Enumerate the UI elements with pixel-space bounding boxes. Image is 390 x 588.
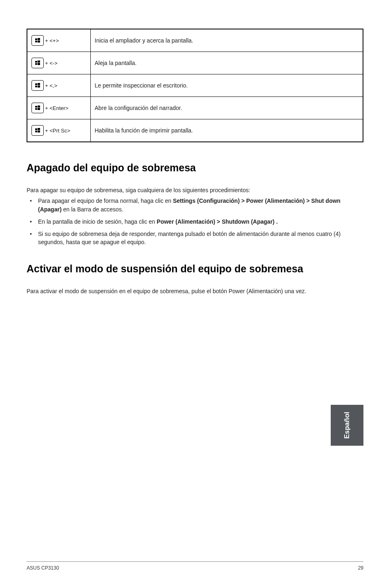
shortcut-description-cell: Inicia el ampliador y acerca la pantalla… [90, 29, 363, 52]
shortcut-table-body: + <+>Inicia el ampliador y acerca la pan… [27, 29, 363, 142]
svg-rect-1 [38, 38, 40, 40]
bullet-pre-text: Si su equipo de sobremesa deja de respon… [38, 231, 341, 245]
svg-rect-16 [35, 128, 37, 130]
table-row: + <+>Inicia el ampliador y acerca la pan… [27, 29, 363, 52]
svg-rect-2 [35, 41, 37, 43]
svg-rect-17 [38, 128, 40, 130]
shortcut-key-cell: + <+> [27, 29, 90, 52]
svg-rect-6 [35, 63, 37, 65]
section1-bullets: Para apagar el equipo de forma normal, h… [27, 197, 363, 246]
language-tab: Español [331, 405, 363, 446]
shortcut-combo-text: + <Prt Sc> [45, 128, 70, 134]
shortcut-combo-text: + <,> [45, 83, 57, 89]
bullet-post-text: en la Barra de accesos. [62, 206, 123, 213]
table-row: + <Prt Sc>Habilita la función de imprimi… [27, 119, 363, 142]
list-item: Si su equipo de sobremesa deja de respon… [27, 230, 363, 247]
svg-rect-19 [38, 130, 40, 132]
svg-rect-8 [35, 83, 37, 85]
shortcut-key-cell: + <-> [27, 52, 90, 74]
svg-rect-15 [38, 108, 40, 110]
page-footer: ASUS CP3130 29 [27, 561, 363, 571]
section2-body: Para activar el modo de suspensión en el… [27, 287, 363, 295]
svg-rect-0 [35, 38, 37, 40]
svg-rect-3 [38, 40, 40, 43]
shortcut-description-cell: Habilita la función de imprimir pantalla… [90, 119, 363, 142]
windows-key-icon [31, 35, 44, 46]
shortcut-description-cell: Le permite inspeccionar el escritorio. [90, 74, 363, 97]
windows-key-icon [31, 125, 44, 136]
table-row: + <,>Le permite inspeccionar el escritor… [27, 74, 363, 97]
windows-key-icon [31, 58, 44, 68]
bullet-pre-text: En la pantalla de inicio de sesión, haga… [38, 218, 157, 225]
shortcut-description-cell: Aleja la pantalla. [90, 52, 363, 74]
svg-rect-10 [35, 86, 37, 88]
shortcut-key-cell: + <Prt Sc> [27, 119, 90, 142]
shortcut-combo-text: + <+> [45, 38, 59, 44]
section1-heading: Apagado del equipo de sobremesa [27, 162, 363, 174]
list-item: En la pantalla de inicio de sesión, haga… [27, 218, 363, 226]
svg-rect-14 [35, 108, 37, 110]
list-item: Para apagar el equipo de forma normal, h… [27, 197, 363, 213]
language-tab-label: Español [343, 412, 351, 439]
table-row: + <Enter>Abre la configuración del narra… [27, 97, 363, 119]
bullet-bold-text: Power (Alimentación) > Shutdown (Apagar)… [157, 218, 278, 225]
svg-rect-11 [38, 85, 40, 88]
shortcut-table: + <+>Inicia el ampliador y acerca la pan… [27, 29, 363, 142]
table-row: + <->Aleja la pantalla. [27, 52, 363, 74]
section1-intro: Para apagar su equipo de sobremesa, siga… [27, 186, 363, 194]
section2-heading: Activar el modo de suspensión del equipo… [27, 263, 363, 275]
footer-product: ASUS CP3130 [27, 565, 59, 571]
svg-rect-18 [35, 131, 37, 132]
svg-rect-12 [35, 106, 37, 108]
windows-key-icon [31, 80, 44, 91]
footer-page-number: 29 [358, 565, 363, 571]
shortcut-combo-text: + <Enter> [45, 105, 68, 111]
svg-rect-5 [38, 61, 40, 63]
shortcut-combo-text: + <-> [45, 60, 58, 66]
shortcut-description-cell: Abre la configuración del narrador. [90, 97, 363, 119]
svg-rect-7 [38, 63, 40, 65]
windows-key-icon [31, 103, 44, 113]
svg-rect-9 [38, 83, 40, 85]
shortcut-key-cell: + <Enter> [27, 97, 90, 119]
svg-rect-4 [35, 61, 37, 63]
svg-rect-13 [38, 105, 40, 108]
shortcut-key-cell: + <,> [27, 74, 90, 97]
bullet-pre-text: Para apagar el equipo de forma normal, h… [38, 197, 173, 204]
